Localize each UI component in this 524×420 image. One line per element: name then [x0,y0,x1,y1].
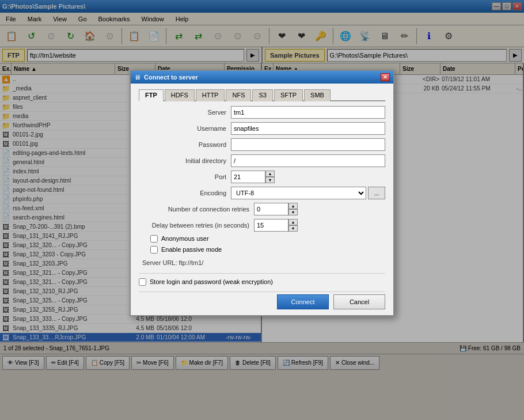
encoding-select[interactable]: UTF-8 [231,187,366,199]
port-spin-buttons: ▲ ▼ [265,171,275,183]
initial-dir-row: Initial directory [139,154,385,167]
tab-ftp[interactable]: FTP [139,89,164,101]
tab-s3[interactable]: S3 [252,89,272,101]
password-label: Password [139,141,231,148]
dialog-server-icon: 🖥 [134,74,141,81]
passive-label[interactable]: Enable passive mode [161,246,222,253]
server-label: Server [139,109,231,116]
tab-smb[interactable]: SMB [304,89,331,101]
username-label: Username [139,125,231,132]
anon-row: Anonymous user [150,235,385,243]
encoding-row: Encoding UTF-8 ... [139,187,385,199]
retries-row: Number of connection retries ▲ ▼ [139,203,385,215]
port-spin-down[interactable]: ▼ [265,177,275,183]
encoding-extra-button[interactable]: ... [368,187,385,199]
tab-hdfs[interactable]: HDFS [165,89,195,101]
anon-checkbox[interactable] [150,235,158,243]
dialog-body: FTP HDFS HTTP NFS S3 SFTP SMB Server Use… [131,84,393,315]
initial-dir-input[interactable] [231,154,385,167]
retries-spin-buttons: ▲ ▼ [288,203,298,215]
connect-button[interactable]: Connect [277,294,329,309]
tab-http[interactable]: HTTP [196,89,225,101]
delay-spinner: ▲ ▼ [254,219,298,232]
connect-dialog: 🖥 Connect to server ✕ FTP HDFS HTTP NFS … [130,70,394,316]
server-input[interactable] [231,106,385,119]
dialog-close-button[interactable]: ✕ [381,73,390,81]
dialog-overlay: 🖥 Connect to server ✕ FTP HDFS HTTP NFS … [0,0,524,420]
password-row: Password [139,138,385,151]
server-url: Server URL: ftp://tm1/ [139,257,385,268]
initial-dir-label: Initial directory [139,157,231,164]
port-input[interactable] [231,171,265,183]
delay-label: Delay between retries (in seconds) [139,222,254,229]
dialog-buttons: Connect Cancel [139,292,385,309]
password-input[interactable] [231,138,385,151]
port-spinner: ▲ ▼ [231,171,275,183]
passive-row: Enable passive mode [150,246,385,253]
delay-spin-up[interactable]: ▲ [288,219,298,225]
username-row: Username [139,122,385,135]
dialog-title-bar: 🖥 Connect to server ✕ [131,71,393,84]
tab-sftp[interactable]: SFTP [274,89,303,101]
encoding-label: Encoding [139,190,231,196]
encoding-wrap: UTF-8 ... [231,187,385,199]
dialog-tab-bar: FTP HDFS HTTP NFS S3 SFTP SMB [139,89,385,101]
retries-input[interactable] [254,203,288,215]
store-checkbox[interactable] [139,278,146,286]
cancel-button[interactable]: Cancel [333,294,385,309]
anon-label[interactable]: Anonymous user [161,235,209,242]
retries-spin-down[interactable]: ▼ [288,209,298,215]
username-input[interactable] [231,122,385,135]
delay-row: Delay between retries (in seconds) ▲ ▼ [139,219,385,232]
delay-spin-down[interactable]: ▼ [288,225,298,232]
dialog-title-text: Connect to server [144,74,198,81]
port-label: Port [139,173,231,180]
store-label[interactable]: Store login and password (weak encryptio… [150,278,273,285]
retries-spin-up[interactable]: ▲ [288,203,298,209]
retries-label: Number of connection retries [139,206,254,213]
store-row: Store login and password (weak encryptio… [139,273,385,286]
delay-input[interactable] [254,219,288,232]
port-spin-up[interactable]: ▲ [265,171,275,177]
server-row: Server [139,106,385,119]
port-row: Port ▲ ▼ [139,171,385,183]
passive-checkbox[interactable] [150,246,158,253]
delay-spin-buttons: ▲ ▼ [288,219,298,232]
retries-spinner: ▲ ▼ [254,203,298,215]
tab-nfs[interactable]: NFS [226,89,251,101]
